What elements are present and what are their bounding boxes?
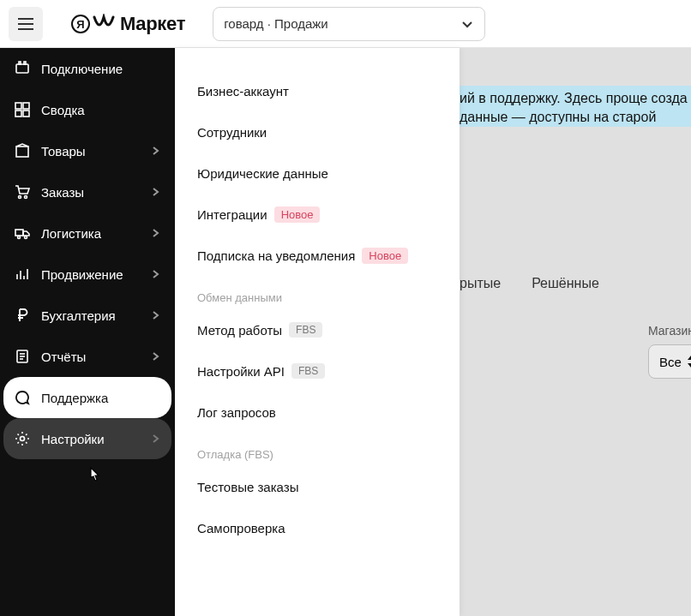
info-banner: ий в поддержку. Здесь проще созда данные… [460,86,691,127]
logo-text: Маркет [120,13,185,35]
sidebar-item-label: Заказы [41,185,149,200]
svg-rect-12 [15,103,21,109]
chevron-right-icon [149,350,161,362]
svg-rect-16 [16,147,28,157]
sidebar-item-label: Настройки [41,432,149,446]
flyout-self-check[interactable]: Самопроверка [175,507,460,548]
flyout-employees[interactable]: Сотрудники [175,111,460,153]
flyout-work-method[interactable]: Метод работыFBS [175,309,460,350]
chevron-right-icon [149,433,161,445]
badge-fbs: FBS [289,322,322,338]
sidebar-item-label: Логистика [41,226,149,241]
chevron-right-icon [149,227,161,239]
sidebar-item-accounting[interactable]: Бухгалтерия [3,295,171,336]
chat-icon [14,390,31,405]
sidebar-item-orders[interactable]: Заказы [3,171,171,212]
sidebar-item-logistics[interactable]: Логистика [3,212,171,254]
logo[interactable]: Я Маркет [70,13,185,35]
report-icon [14,349,31,364]
svg-marker-5 [688,356,691,360]
filter-shops-value: Все [659,355,682,369]
sidebar-item-label: Продвижение [41,267,149,282]
svg-point-30 [21,437,25,441]
dashboard-icon [14,102,31,117]
sidebar-item-label: Подключение [41,62,161,76]
svg-rect-19 [15,230,23,236]
sidebar-item-label: Отчёты [41,350,149,364]
flyout-legal[interactable]: Юридические данные [175,153,460,194]
sidebar-item-settings[interactable]: Настройки [3,418,171,459]
account-selector-value: говард · Продажи [224,16,460,31]
badge-new: Новое [274,206,321,223]
svg-rect-14 [15,111,21,117]
svg-point-18 [25,196,27,199]
sidebar-item-summary[interactable]: Сводка [3,89,171,130]
menu-button[interactable] [9,7,43,41]
flyout-section-debug: Отладка (FBS) [175,433,460,466]
svg-rect-10 [19,62,21,64]
banner-text-line2: данные — доступны на старой стран [460,110,656,127]
banner-text-line1: ий в поддержку. Здесь проще созда [460,91,688,105]
svg-point-17 [19,196,21,199]
truck-icon [14,225,31,241]
account-selector[interactable]: говард · Продажи [213,7,485,41]
logo-mark: Я [70,14,115,34]
box-icon [14,143,31,158]
filter-shops-select[interactable]: Все [648,344,691,379]
promo-icon [14,266,31,282]
flyout-request-log[interactable]: Лог запросов [175,392,460,433]
tab-resolved[interactable]: Решённые [532,276,599,291]
flyout-test-orders[interactable]: Тестовые заказы [175,466,460,507]
sidebar-item-label: Товары [41,144,149,158]
flyout-notifications[interactable]: Подписка на уведомленияНовое [175,235,460,276]
flyout-integrations[interactable]: ИнтеграцииНовое [175,194,460,235]
chevron-right-icon [149,186,161,198]
flyout-section-data-exchange: Обмен данными [175,276,460,309]
header: Я Маркет говард · Продажи [0,0,691,48]
sort-icon [687,356,691,368]
chevron-right-icon [149,145,161,157]
sidebar-item-support[interactable]: Поддержка [3,377,171,418]
badge-new: Новое [362,248,408,264]
svg-point-20 [18,236,21,239]
chevron-right-icon [149,268,161,280]
svg-rect-9 [16,64,28,73]
chevron-right-icon [149,309,161,321]
sidebar-item-label: Поддержка [41,391,161,405]
flyout-api-settings[interactable]: Настройки APIFBS [175,350,460,392]
status-tabs: рытые Решённые [460,276,599,291]
settings-flyout: Бизнес-аккаунт Сотрудники Юридические да… [175,48,460,616]
sidebar-item-label: Сводка [41,103,161,117]
chevron-down-icon [460,17,474,31]
tab-open[interactable]: рытые [460,276,501,291]
svg-text:Я: Я [76,18,84,31]
sidebar-item-label: Бухгалтерия [41,308,149,323]
hamburger-icon [18,18,33,30]
cart-icon [14,184,31,200]
sidebar-item-reports[interactable]: Отчёты [3,336,171,377]
gear-icon [14,431,31,446]
svg-marker-6 [688,363,691,368]
sidebar-item-connection[interactable]: Подключение [3,48,171,89]
ruble-icon [14,308,31,323]
svg-rect-13 [23,103,29,109]
filters-row: Магазины Все Почта автора [460,324,691,379]
sidebar-item-products[interactable]: Товары [3,130,171,171]
sidebar-item-promotion[interactable]: Продвижение [3,254,171,295]
flyout-business-account[interactable]: Бизнес-аккаунт [175,70,460,111]
svg-rect-11 [24,62,26,64]
badge-fbs: FBS [291,363,325,379]
sidebar: Подключение Сводка Товары Заказы Логисти… [0,48,175,616]
svg-point-21 [25,236,27,239]
filter-shops-label: Магазины [648,324,691,338]
svg-rect-15 [23,111,29,117]
plug-icon [14,61,31,76]
